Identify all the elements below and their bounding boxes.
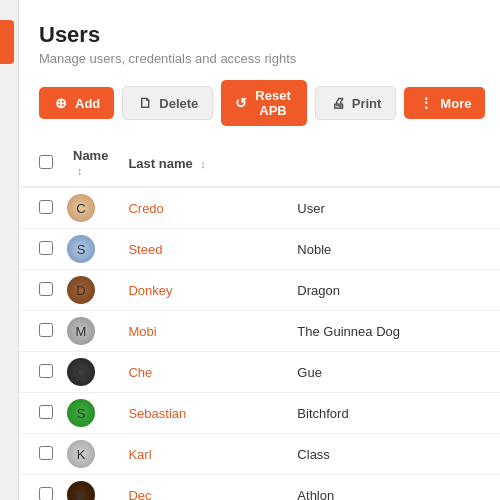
sidebar-orange-tab [0, 20, 14, 64]
avatar-cell: D [63, 475, 118, 501]
table-row: CCredoUser [19, 187, 500, 229]
avatar: C [67, 358, 95, 386]
users-table: Name ↕ Last name ↕ CCredoUserSSteedNoble… [19, 140, 500, 500]
user-name[interactable]: Sebastian [128, 406, 186, 421]
toolbar: ⊕ Add 🗋 Delete ↺ Reset APB 🖨 Print ⋮ Mor… [19, 80, 500, 140]
user-name-cell[interactable]: Credo [118, 187, 287, 229]
user-name-cell[interactable]: Steed [118, 229, 287, 270]
row-checkbox-cell [19, 311, 63, 352]
avatar-cell: C [63, 352, 118, 393]
print-icon: 🖨 [330, 95, 346, 111]
avatar-cell: S [63, 229, 118, 270]
user-lastname-cell: Athlon [287, 475, 500, 501]
avatar-cell: M [63, 311, 118, 352]
user-name[interactable]: Che [128, 365, 152, 380]
row-checkbox-cell [19, 475, 63, 501]
lastname-sort-icon: ↕ [200, 158, 206, 170]
user-name[interactable]: Credo [128, 201, 163, 216]
user-name-cell[interactable]: Mobi [118, 311, 287, 352]
user-name[interactable]: Mobi [128, 324, 156, 339]
user-lastname-cell: Noble [287, 229, 500, 270]
name-sort-icon: ↕ [77, 165, 83, 177]
row-checkbox[interactable] [39, 241, 53, 255]
row-checkbox[interactable] [39, 282, 53, 296]
page-header: Users Manage users, credentials and acce… [19, 0, 500, 80]
table-row: DDonkeyDragon [19, 270, 500, 311]
user-name[interactable]: Donkey [128, 283, 172, 298]
more-icon: ⋮ [418, 95, 434, 111]
more-button[interactable]: ⋮ More [404, 87, 485, 119]
row-checkbox[interactable] [39, 405, 53, 419]
table-row: SSebastianBitchford [19, 393, 500, 434]
user-name-cell[interactable]: Sebastian [118, 393, 287, 434]
select-all-col [19, 140, 63, 187]
reset-icon: ↺ [235, 95, 247, 111]
user-lastname-cell: The Guinnea Dog [287, 311, 500, 352]
print-button[interactable]: 🖨 Print [315, 86, 397, 120]
row-checkbox-cell [19, 434, 63, 475]
user-name[interactable]: Steed [128, 242, 162, 257]
user-lastname-cell: User [287, 187, 500, 229]
delete-icon: 🗋 [137, 95, 153, 111]
avatar-cell: S [63, 393, 118, 434]
reset-apb-button[interactable]: ↺ Reset APB [221, 80, 306, 126]
main-content: Users Manage users, credentials and acce… [18, 0, 500, 500]
add-button[interactable]: ⊕ Add [39, 87, 114, 119]
row-checkbox[interactable] [39, 323, 53, 337]
select-all-checkbox[interactable] [39, 155, 53, 169]
page-title: Users [39, 22, 480, 48]
users-table-container: Name ↕ Last name ↕ CCredoUserSSteedNoble… [19, 140, 500, 500]
avatar: S [67, 235, 95, 263]
user-name-cell[interactable]: Karl [118, 434, 287, 475]
user-lastname-cell: Bitchford [287, 393, 500, 434]
user-name-cell[interactable]: Che [118, 352, 287, 393]
row-checkbox-cell [19, 229, 63, 270]
user-lastname-cell: Class [287, 434, 500, 475]
row-checkbox-cell [19, 187, 63, 229]
user-lastname-cell: Gue [287, 352, 500, 393]
user-name-cell[interactable]: Dec [118, 475, 287, 501]
user-name[interactable]: Dec [128, 488, 151, 501]
table-header-row: Name ↕ Last name ↕ [19, 140, 500, 187]
page-subtitle: Manage users, credentials and access rig… [39, 51, 480, 66]
lastname-col-header[interactable]: Last name ↕ [118, 140, 287, 187]
row-checkbox-cell [19, 393, 63, 434]
row-checkbox-cell [19, 270, 63, 311]
row-checkbox[interactable] [39, 200, 53, 214]
user-name[interactable]: Karl [128, 447, 151, 462]
delete-button[interactable]: 🗋 Delete [122, 86, 213, 120]
avatar: D [67, 481, 95, 500]
avatar-cell: C [63, 187, 118, 229]
table-row: MMobiThe Guinnea Dog [19, 311, 500, 352]
avatar: K [67, 440, 95, 468]
add-icon: ⊕ [53, 95, 69, 111]
row-checkbox[interactable] [39, 364, 53, 378]
row-checkbox-cell [19, 352, 63, 393]
avatar: D [67, 276, 95, 304]
table-row: CCheGue [19, 352, 500, 393]
sidebar-accent [0, 0, 18, 500]
table-row: KKarlClass [19, 434, 500, 475]
row-checkbox[interactable] [39, 446, 53, 460]
avatar: C [67, 194, 95, 222]
avatar-cell: K [63, 434, 118, 475]
table-row: SSteedNoble [19, 229, 500, 270]
avatar: M [67, 317, 95, 345]
name-col-header[interactable]: Name ↕ [63, 140, 118, 187]
row-checkbox[interactable] [39, 487, 53, 501]
table-row: DDecAthlon [19, 475, 500, 501]
user-lastname-cell: Dragon [287, 270, 500, 311]
avatar: S [67, 399, 95, 427]
avatar-cell: D [63, 270, 118, 311]
user-name-cell[interactable]: Donkey [118, 270, 287, 311]
